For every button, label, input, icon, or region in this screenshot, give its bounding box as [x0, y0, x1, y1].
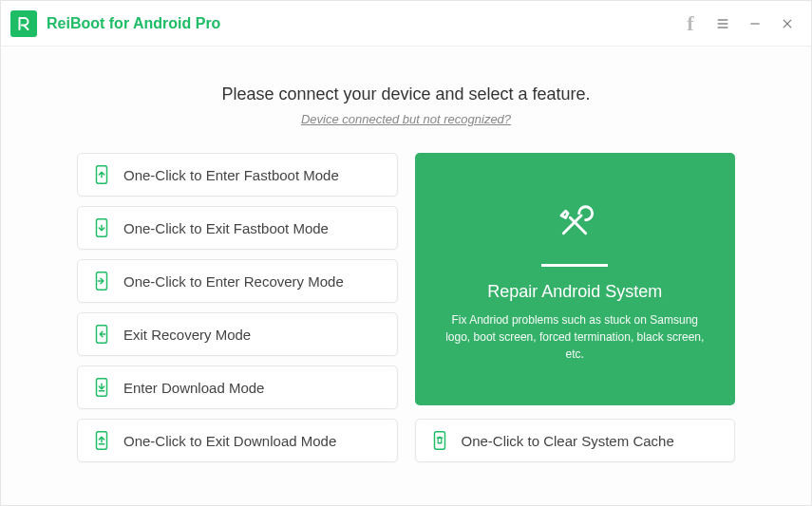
feature-grid: One-Click to Enter Fastboot Mode One-Cli…: [77, 153, 735, 462]
feature-column-right: Repair Android System Fix Andriod proble…: [415, 153, 736, 462]
enter-download-button[interactable]: Enter Download Mode: [77, 365, 398, 409]
phone-arrow-out-icon: [91, 324, 112, 345]
enter-recovery-button[interactable]: One-Click to Enter Recovery Mode: [77, 259, 398, 303]
divider: [541, 264, 608, 267]
app-window: ReiBoot for Android Pro f Please connect…: [0, 0, 812, 506]
phone-upload-icon: [91, 430, 112, 451]
device-not-recognized-link[interactable]: Device connected but not recognized?: [77, 112, 735, 126]
app-logo: [10, 10, 37, 37]
feature-label: One-Click to Enter Recovery Mode: [123, 273, 344, 290]
close-button[interactable]: [773, 9, 802, 38]
feature-label: Exit Recovery Mode: [123, 327, 251, 343]
clear-cache-button[interactable]: One-Click to Clear System Cache: [415, 419, 736, 462]
feature-label: One-Click to Exit Fastboot Mode: [123, 220, 329, 236]
main-content: Please connect your device and select a …: [1, 47, 811, 505]
exit-fastboot-button[interactable]: One-Click to Exit Fastboot Mode: [77, 206, 398, 250]
facebook-button[interactable]: f: [676, 9, 705, 38]
menu-button[interactable]: [708, 9, 737, 38]
feature-label: One-Click to Exit Download Mode: [123, 433, 336, 449]
feature-label: One-Click to Clear System Cache: [462, 433, 674, 449]
close-icon: [781, 17, 794, 30]
minimize-icon: [748, 17, 762, 30]
phone-download-icon: [91, 377, 112, 398]
repair-title: Repair Android System: [487, 282, 662, 302]
facebook-icon: f: [687, 11, 693, 36]
exit-recovery-button[interactable]: Exit Recovery Mode: [77, 312, 398, 356]
phone-trash-icon: [429, 430, 450, 451]
feature-column-left: One-Click to Enter Fastboot Mode One-Cli…: [77, 153, 398, 462]
feature-label: One-Click to Enter Fastboot Mode: [123, 167, 339, 183]
logo-r-icon: [15, 15, 32, 32]
title-bar: ReiBoot for Android Pro f: [1, 1, 811, 47]
menu-icon: [715, 16, 730, 31]
repair-android-system-card[interactable]: Repair Android System Fix Andriod proble…: [415, 153, 736, 405]
svg-rect-12: [434, 432, 444, 449]
tools-icon: [548, 196, 601, 253]
enter-fastboot-button[interactable]: One-Click to Enter Fastboot Mode: [77, 153, 398, 197]
phone-arrow-down-icon: [91, 217, 112, 238]
phone-arrow-up-icon: [91, 164, 112, 185]
app-title: ReiBoot for Android Pro: [47, 15, 220, 32]
exit-download-button[interactable]: One-Click to Exit Download Mode: [77, 419, 398, 462]
minimize-button[interactable]: [741, 9, 769, 38]
phone-arrow-in-icon: [91, 271, 112, 291]
feature-label: Enter Download Mode: [123, 380, 264, 396]
headline: Please connect your device and select a …: [77, 84, 735, 104]
repair-description: Fix Andriod problems such as stuck on Sa…: [442, 311, 709, 363]
